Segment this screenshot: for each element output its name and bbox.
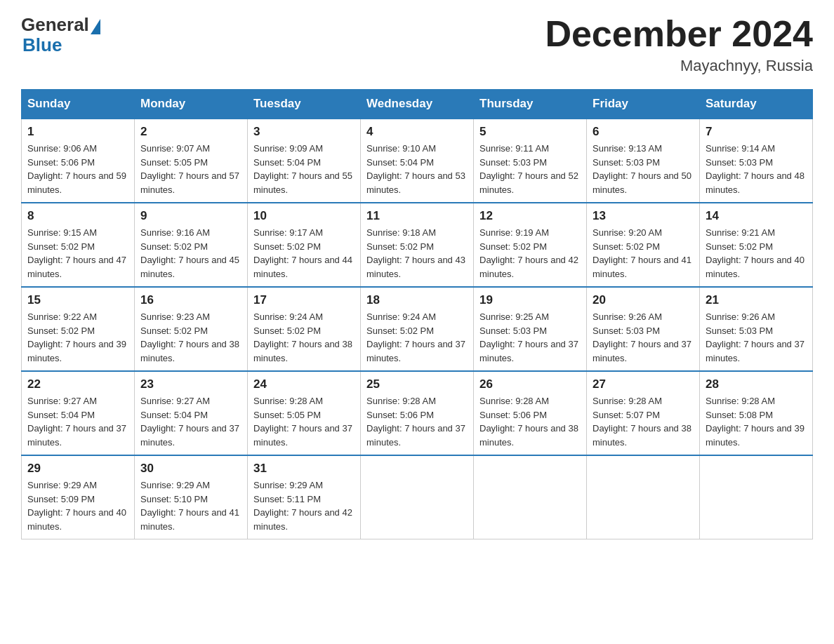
day-info: Sunrise: 9:20 AMSunset: 5:02 PMDaylight:…: [593, 226, 694, 281]
day-number: 18: [366, 293, 468, 307]
day-info: Sunrise: 9:19 AMSunset: 5:02 PMDaylight:…: [479, 226, 581, 281]
week-row-2: 8Sunrise: 9:15 AMSunset: 5:02 PMDaylight…: [22, 203, 813, 287]
day-info: Sunrise: 9:28 AMSunset: 5:06 PMDaylight:…: [479, 394, 581, 449]
day-cell-24: 24Sunrise: 9:28 AMSunset: 5:05 PMDayligh…: [248, 371, 361, 455]
day-info: Sunrise: 9:29 AMSunset: 5:10 PMDaylight:…: [140, 478, 241, 533]
day-cell-17: 17Sunrise: 9:24 AMSunset: 5:02 PMDayligh…: [248, 287, 361, 371]
header-thursday: Thursday: [474, 90, 587, 119]
day-cell-16: 16Sunrise: 9:23 AMSunset: 5:02 PMDayligh…: [135, 287, 248, 371]
day-cell-26: 26Sunrise: 9:28 AMSunset: 5:06 PMDayligh…: [474, 371, 587, 455]
month-year-title: December 2024: [545, 14, 813, 54]
day-info: Sunrise: 9:17 AMSunset: 5:02 PMDaylight:…: [253, 226, 355, 281]
day-number: 20: [593, 293, 694, 307]
day-cell-31: 31Sunrise: 9:29 AMSunset: 5:11 PMDayligh…: [248, 455, 361, 539]
day-cell-8: 8Sunrise: 9:15 AMSunset: 5:02 PMDaylight…: [22, 203, 135, 287]
day-cell-13: 13Sunrise: 9:20 AMSunset: 5:02 PMDayligh…: [587, 203, 700, 287]
day-number: 17: [253, 293, 355, 307]
day-number: 15: [27, 293, 128, 307]
day-cell-14: 14Sunrise: 9:21 AMSunset: 5:02 PMDayligh…: [700, 203, 813, 287]
header-tuesday: Tuesday: [248, 90, 361, 119]
day-number: 19: [479, 293, 581, 307]
week-row-5: 29Sunrise: 9:29 AMSunset: 5:09 PMDayligh…: [22, 455, 813, 539]
day-cell-6: 6Sunrise: 9:13 AMSunset: 5:03 PMDaylight…: [587, 119, 700, 203]
week-row-1: 1Sunrise: 9:06 AMSunset: 5:06 PMDaylight…: [22, 119, 813, 203]
day-cell-19: 19Sunrise: 9:25 AMSunset: 5:03 PMDayligh…: [474, 287, 587, 371]
day-cell-2: 2Sunrise: 9:07 AMSunset: 5:05 PMDaylight…: [135, 119, 248, 203]
day-cell-18: 18Sunrise: 9:24 AMSunset: 5:02 PMDayligh…: [361, 287, 474, 371]
day-cell-7: 7Sunrise: 9:14 AMSunset: 5:03 PMDaylight…: [700, 119, 813, 203]
day-cell-20: 20Sunrise: 9:26 AMSunset: 5:03 PMDayligh…: [587, 287, 700, 371]
day-number: 9: [140, 209, 241, 223]
title-block: December 2024 Mayachnyy, Russia: [545, 14, 813, 75]
day-info: Sunrise: 9:22 AMSunset: 5:02 PMDaylight:…: [27, 310, 128, 365]
empty-cell: [474, 455, 587, 539]
day-number: 8: [27, 209, 128, 223]
day-number: 21: [706, 293, 807, 307]
day-info: Sunrise: 9:24 AMSunset: 5:02 PMDaylight:…: [366, 310, 468, 365]
day-number: 1: [27, 125, 128, 139]
header-friday: Friday: [587, 90, 700, 119]
day-cell-21: 21Sunrise: 9:26 AMSunset: 5:03 PMDayligh…: [700, 287, 813, 371]
day-number: 14: [706, 209, 807, 223]
day-number: 3: [253, 125, 355, 139]
empty-cell: [700, 455, 813, 539]
day-cell-5: 5Sunrise: 9:11 AMSunset: 5:03 PMDaylight…: [474, 119, 587, 203]
day-info: Sunrise: 9:26 AMSunset: 5:03 PMDaylight:…: [593, 310, 694, 365]
header-sunday: Sunday: [22, 90, 135, 119]
day-info: Sunrise: 9:28 AMSunset: 5:06 PMDaylight:…: [366, 394, 468, 449]
day-cell-10: 10Sunrise: 9:17 AMSunset: 5:02 PMDayligh…: [248, 203, 361, 287]
day-cell-12: 12Sunrise: 9:19 AMSunset: 5:02 PMDayligh…: [474, 203, 587, 287]
day-info: Sunrise: 9:18 AMSunset: 5:02 PMDaylight:…: [366, 226, 468, 281]
calendar-body: 1Sunrise: 9:06 AMSunset: 5:06 PMDaylight…: [22, 119, 813, 539]
location-subtitle: Mayachnyy, Russia: [545, 57, 813, 75]
header-saturday: Saturday: [700, 90, 813, 119]
day-number: 16: [140, 293, 241, 307]
day-number: 28: [706, 377, 807, 391]
header-row: SundayMondayTuesdayWednesdayThursdayFrid…: [22, 90, 813, 119]
day-number: 4: [366, 125, 468, 139]
logo-blue-text: Blue: [22, 34, 62, 56]
day-info: Sunrise: 9:09 AMSunset: 5:04 PMDaylight:…: [253, 142, 355, 196]
day-number: 7: [706, 125, 807, 139]
day-number: 10: [253, 209, 355, 223]
day-number: 31: [253, 462, 355, 476]
day-cell-27: 27Sunrise: 9:28 AMSunset: 5:07 PMDayligh…: [587, 371, 700, 455]
day-number: 5: [479, 125, 581, 139]
day-info: Sunrise: 9:23 AMSunset: 5:02 PMDaylight:…: [140, 310, 241, 365]
page-header: General Blue December 2024 Mayachnyy, Ru…: [21, 14, 813, 75]
logo-triangle-icon: [91, 19, 100, 34]
empty-cell: [361, 455, 474, 539]
day-info: Sunrise: 9:16 AMSunset: 5:02 PMDaylight:…: [140, 226, 241, 281]
day-cell-29: 29Sunrise: 9:29 AMSunset: 5:09 PMDayligh…: [22, 455, 135, 539]
day-cell-4: 4Sunrise: 9:10 AMSunset: 5:04 PMDaylight…: [361, 119, 474, 203]
day-cell-23: 23Sunrise: 9:27 AMSunset: 5:04 PMDayligh…: [135, 371, 248, 455]
day-cell-15: 15Sunrise: 9:22 AMSunset: 5:02 PMDayligh…: [22, 287, 135, 371]
day-cell-9: 9Sunrise: 9:16 AMSunset: 5:02 PMDaylight…: [135, 203, 248, 287]
day-info: Sunrise: 9:24 AMSunset: 5:02 PMDaylight:…: [253, 310, 355, 365]
day-number: 13: [593, 209, 694, 223]
week-row-4: 22Sunrise: 9:27 AMSunset: 5:04 PMDayligh…: [22, 371, 813, 455]
day-info: Sunrise: 9:15 AMSunset: 5:02 PMDaylight:…: [27, 226, 128, 281]
day-info: Sunrise: 9:27 AMSunset: 5:04 PMDaylight:…: [27, 394, 128, 449]
day-number: 23: [140, 377, 241, 391]
day-number: 6: [593, 125, 694, 139]
day-info: Sunrise: 9:13 AMSunset: 5:03 PMDaylight:…: [593, 142, 694, 196]
header-wednesday: Wednesday: [361, 90, 474, 119]
day-info: Sunrise: 9:21 AMSunset: 5:02 PMDaylight:…: [706, 226, 807, 281]
day-number: 30: [140, 462, 241, 476]
day-info: Sunrise: 9:26 AMSunset: 5:03 PMDaylight:…: [706, 310, 807, 365]
day-cell-22: 22Sunrise: 9:27 AMSunset: 5:04 PMDayligh…: [22, 371, 135, 455]
calendar-table: SundayMondayTuesdayWednesdayThursdayFrid…: [21, 89, 813, 539]
day-info: Sunrise: 9:06 AMSunset: 5:06 PMDaylight:…: [27, 142, 128, 196]
day-number: 25: [366, 377, 468, 391]
day-info: Sunrise: 9:29 AMSunset: 5:09 PMDaylight:…: [27, 478, 128, 533]
day-cell-1: 1Sunrise: 9:06 AMSunset: 5:06 PMDaylight…: [22, 119, 135, 203]
day-info: Sunrise: 9:25 AMSunset: 5:03 PMDaylight:…: [479, 310, 581, 365]
day-info: Sunrise: 9:07 AMSunset: 5:05 PMDaylight:…: [140, 142, 241, 196]
day-info: Sunrise: 9:28 AMSunset: 5:07 PMDaylight:…: [593, 394, 694, 449]
day-info: Sunrise: 9:11 AMSunset: 5:03 PMDaylight:…: [479, 142, 581, 196]
empty-cell: [587, 455, 700, 539]
day-info: Sunrise: 9:28 AMSunset: 5:05 PMDaylight:…: [253, 394, 355, 449]
day-number: 24: [253, 377, 355, 391]
header-monday: Monday: [135, 90, 248, 119]
